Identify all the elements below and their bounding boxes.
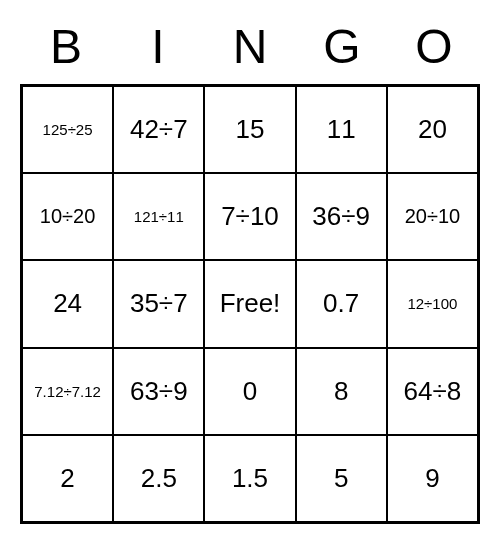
header-n: N [204, 15, 296, 84]
bingo-cell[interactable]: 1.5 [204, 435, 295, 522]
bingo-cell[interactable]: 64÷8 [387, 348, 478, 435]
bingo-cell[interactable]: 12÷100 [387, 260, 478, 347]
header-o: O [388, 15, 480, 84]
bingo-header-row: B I N G O [20, 15, 480, 84]
bingo-cell[interactable]: 36÷9 [296, 173, 387, 260]
bingo-cell[interactable]: 5 [296, 435, 387, 522]
bingo-card: B I N G O 125÷2542÷715112010÷20121÷117÷1… [20, 15, 480, 524]
bingo-cell[interactable]: 20 [387, 86, 478, 173]
bingo-cell[interactable]: 2.5 [113, 435, 204, 522]
bingo-cell[interactable]: 8 [296, 348, 387, 435]
bingo-cell[interactable]: 63÷9 [113, 348, 204, 435]
bingo-cell[interactable]: 42÷7 [113, 86, 204, 173]
bingo-cell[interactable]: 7÷10 [204, 173, 295, 260]
bingo-cell[interactable]: 35÷7 [113, 260, 204, 347]
bingo-cell[interactable]: 7.12÷7.12 [22, 348, 113, 435]
bingo-cell[interactable]: 2 [22, 435, 113, 522]
bingo-cell[interactable]: 0.7 [296, 260, 387, 347]
bingo-cell[interactable]: 121÷11 [113, 173, 204, 260]
header-b: B [20, 15, 112, 84]
bingo-cell[interactable]: 11 [296, 86, 387, 173]
bingo-cell[interactable]: 15 [204, 86, 295, 173]
bingo-cell[interactable]: 10÷20 [22, 173, 113, 260]
bingo-cell[interactable]: 0 [204, 348, 295, 435]
bingo-cell[interactable]: Free! [204, 260, 295, 347]
bingo-cell[interactable]: 20÷10 [387, 173, 478, 260]
bingo-grid: 125÷2542÷715112010÷20121÷117÷1036÷920÷10… [20, 84, 480, 524]
bingo-cell[interactable]: 125÷25 [22, 86, 113, 173]
bingo-cell[interactable]: 24 [22, 260, 113, 347]
header-g: G [296, 15, 388, 84]
header-i: I [112, 15, 204, 84]
bingo-cell[interactable]: 9 [387, 435, 478, 522]
